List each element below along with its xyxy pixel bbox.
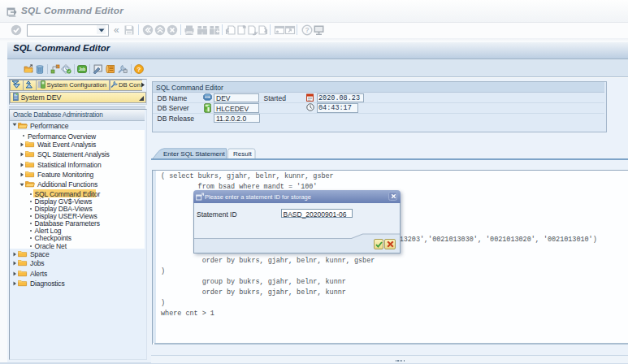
svg-text:?: ? xyxy=(137,66,141,73)
svg-text:Job: Job xyxy=(79,67,85,72)
svg-text:?: ? xyxy=(305,26,309,34)
